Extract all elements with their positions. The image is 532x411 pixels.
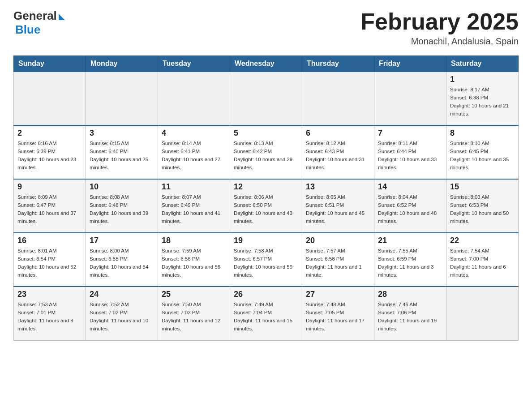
column-header-monday: Monday bbox=[86, 56, 158, 72]
title-block: February 2025 Monachil, Andalusia, Spain bbox=[360, 9, 519, 47]
day-cell: 16Sunrise: 8:01 AM Sunset: 6:54 PM Dayli… bbox=[14, 233, 86, 287]
day-info: Sunrise: 7:53 AM Sunset: 7:01 PM Dayligh… bbox=[17, 301, 82, 333]
day-cell bbox=[14, 72, 86, 125]
page-header: General Blue February 2025 Monachil, And… bbox=[13, 9, 519, 47]
day-number: 22 bbox=[450, 236, 515, 245]
day-number: 10 bbox=[90, 182, 154, 192]
day-cell: 8Sunrise: 8:10 AM Sunset: 6:45 PM Daylig… bbox=[446, 125, 519, 179]
week-row-3: 9Sunrise: 8:09 AM Sunset: 6:47 PM Daylig… bbox=[14, 179, 519, 233]
day-info: Sunrise: 8:10 AM Sunset: 6:45 PM Dayligh… bbox=[450, 140, 515, 171]
day-cell: 2Sunrise: 8:16 AM Sunset: 6:39 PM Daylig… bbox=[14, 125, 86, 179]
week-row-4: 16Sunrise: 8:01 AM Sunset: 6:54 PM Dayli… bbox=[14, 233, 519, 287]
week-row-5: 23Sunrise: 7:53 AM Sunset: 7:01 PM Dayli… bbox=[14, 287, 519, 340]
day-cell: 9Sunrise: 8:09 AM Sunset: 6:47 PM Daylig… bbox=[14, 179, 86, 233]
day-info: Sunrise: 8:06 AM Sunset: 6:50 PM Dayligh… bbox=[234, 193, 298, 225]
day-cell: 20Sunrise: 7:57 AM Sunset: 6:58 PM Dayli… bbox=[302, 233, 374, 287]
day-cell: 12Sunrise: 8:06 AM Sunset: 6:50 PM Dayli… bbox=[230, 179, 302, 233]
day-number: 12 bbox=[234, 182, 298, 192]
day-number: 6 bbox=[306, 128, 370, 138]
day-cell: 23Sunrise: 7:53 AM Sunset: 7:01 PM Dayli… bbox=[14, 287, 86, 340]
day-number: 2 bbox=[17, 128, 82, 138]
day-cell: 4Sunrise: 8:14 AM Sunset: 6:41 PM Daylig… bbox=[158, 125, 230, 179]
day-number: 3 bbox=[90, 128, 154, 138]
day-info: Sunrise: 8:11 AM Sunset: 6:44 PM Dayligh… bbox=[378, 140, 442, 171]
calendar-table: SundayMondayTuesdayWednesdayThursdayFrid… bbox=[13, 56, 519, 341]
day-info: Sunrise: 8:07 AM Sunset: 6:49 PM Dayligh… bbox=[162, 193, 226, 225]
day-cell: 28Sunrise: 7:46 AM Sunset: 7:06 PM Dayli… bbox=[374, 287, 446, 340]
day-number: 13 bbox=[306, 182, 370, 192]
logo: General Blue bbox=[13, 9, 65, 37]
day-number: 21 bbox=[378, 236, 442, 245]
day-info: Sunrise: 8:01 AM Sunset: 6:54 PM Dayligh… bbox=[17, 247, 82, 279]
day-cell: 27Sunrise: 7:48 AM Sunset: 7:05 PM Dayli… bbox=[302, 287, 374, 340]
day-cell: 14Sunrise: 8:04 AM Sunset: 6:52 PM Dayli… bbox=[374, 179, 446, 233]
day-info: Sunrise: 8:00 AM Sunset: 6:55 PM Dayligh… bbox=[90, 247, 154, 279]
column-header-tuesday: Tuesday bbox=[158, 56, 230, 72]
day-number: 4 bbox=[162, 128, 226, 138]
day-number: 24 bbox=[90, 290, 154, 299]
day-cell: 15Sunrise: 8:03 AM Sunset: 6:53 PM Dayli… bbox=[446, 179, 519, 233]
day-info: Sunrise: 8:13 AM Sunset: 6:42 PM Dayligh… bbox=[234, 140, 298, 171]
day-info: Sunrise: 7:48 AM Sunset: 7:05 PM Dayligh… bbox=[306, 301, 370, 333]
day-number: 27 bbox=[306, 290, 370, 299]
day-cell: 7Sunrise: 8:11 AM Sunset: 6:44 PM Daylig… bbox=[374, 125, 446, 179]
day-cell: 19Sunrise: 7:58 AM Sunset: 6:57 PM Dayli… bbox=[230, 233, 302, 287]
logo-triangle-icon bbox=[59, 14, 65, 20]
day-number: 18 bbox=[162, 236, 226, 245]
day-number: 19 bbox=[234, 236, 298, 245]
day-cell bbox=[302, 72, 374, 125]
week-row-1: 1Sunrise: 8:17 AM Sunset: 6:38 PM Daylig… bbox=[14, 72, 519, 125]
day-cell: 13Sunrise: 8:05 AM Sunset: 6:51 PM Dayli… bbox=[302, 179, 374, 233]
day-cell: 26Sunrise: 7:49 AM Sunset: 7:04 PM Dayli… bbox=[230, 287, 302, 340]
day-info: Sunrise: 8:14 AM Sunset: 6:41 PM Dayligh… bbox=[162, 140, 226, 171]
column-header-sunday: Sunday bbox=[14, 56, 86, 72]
day-number: 25 bbox=[162, 290, 226, 299]
column-header-saturday: Saturday bbox=[446, 56, 519, 72]
day-cell: 17Sunrise: 8:00 AM Sunset: 6:55 PM Dayli… bbox=[86, 233, 158, 287]
day-info: Sunrise: 7:52 AM Sunset: 7:02 PM Dayligh… bbox=[90, 301, 154, 333]
day-info: Sunrise: 8:08 AM Sunset: 6:48 PM Dayligh… bbox=[90, 193, 154, 225]
column-header-friday: Friday bbox=[374, 56, 446, 72]
day-info: Sunrise: 8:15 AM Sunset: 6:40 PM Dayligh… bbox=[90, 140, 154, 171]
column-header-thursday: Thursday bbox=[302, 56, 374, 72]
day-cell bbox=[158, 72, 230, 125]
day-info: Sunrise: 8:16 AM Sunset: 6:39 PM Dayligh… bbox=[17, 140, 82, 171]
day-info: Sunrise: 7:57 AM Sunset: 6:58 PM Dayligh… bbox=[306, 247, 370, 279]
day-info: Sunrise: 7:49 AM Sunset: 7:04 PM Dayligh… bbox=[234, 301, 298, 333]
day-number: 26 bbox=[234, 290, 298, 299]
day-number: 16 bbox=[17, 236, 82, 245]
day-info: Sunrise: 8:04 AM Sunset: 6:52 PM Dayligh… bbox=[378, 193, 442, 225]
day-cell: 18Sunrise: 7:59 AM Sunset: 6:56 PM Dayli… bbox=[158, 233, 230, 287]
day-number: 20 bbox=[306, 236, 370, 245]
day-cell bbox=[446, 287, 519, 340]
day-cell: 10Sunrise: 8:08 AM Sunset: 6:48 PM Dayli… bbox=[86, 179, 158, 233]
day-number: 15 bbox=[450, 182, 515, 192]
day-info: Sunrise: 7:58 AM Sunset: 6:57 PM Dayligh… bbox=[234, 247, 298, 279]
day-number: 23 bbox=[17, 290, 82, 299]
day-cell: 3Sunrise: 8:15 AM Sunset: 6:40 PM Daylig… bbox=[86, 125, 158, 179]
header-row: SundayMondayTuesdayWednesdayThursdayFrid… bbox=[14, 56, 519, 72]
day-cell: 24Sunrise: 7:52 AM Sunset: 7:02 PM Dayli… bbox=[86, 287, 158, 340]
day-info: Sunrise: 8:03 AM Sunset: 6:53 PM Dayligh… bbox=[450, 193, 515, 225]
calendar-subtitle: Monachil, Andalusia, Spain bbox=[360, 36, 519, 47]
day-info: Sunrise: 7:46 AM Sunset: 7:06 PM Dayligh… bbox=[378, 301, 442, 333]
day-number: 5 bbox=[234, 128, 298, 138]
day-cell: 6Sunrise: 8:12 AM Sunset: 6:43 PM Daylig… bbox=[302, 125, 374, 179]
day-info: Sunrise: 8:05 AM Sunset: 6:51 PM Dayligh… bbox=[306, 193, 370, 225]
day-info: Sunrise: 7:54 AM Sunset: 7:00 PM Dayligh… bbox=[450, 247, 515, 279]
day-cell bbox=[230, 72, 302, 125]
day-cell: 25Sunrise: 7:50 AM Sunset: 7:03 PM Dayli… bbox=[158, 287, 230, 340]
day-number: 14 bbox=[378, 182, 442, 192]
day-info: Sunrise: 8:17 AM Sunset: 6:38 PM Dayligh… bbox=[450, 86, 515, 118]
day-info: Sunrise: 7:50 AM Sunset: 7:03 PM Dayligh… bbox=[162, 301, 226, 333]
logo-blue-text: Blue bbox=[15, 23, 40, 37]
day-info: Sunrise: 7:59 AM Sunset: 6:56 PM Dayligh… bbox=[162, 247, 226, 279]
day-info: Sunrise: 8:09 AM Sunset: 6:47 PM Dayligh… bbox=[17, 193, 82, 225]
day-cell: 11Sunrise: 8:07 AM Sunset: 6:49 PM Dayli… bbox=[158, 179, 230, 233]
day-number: 28 bbox=[378, 290, 442, 299]
day-number: 17 bbox=[90, 236, 154, 245]
day-cell bbox=[374, 72, 446, 125]
column-header-wednesday: Wednesday bbox=[230, 56, 302, 72]
day-cell bbox=[86, 72, 158, 125]
day-cell: 5Sunrise: 8:13 AM Sunset: 6:42 PM Daylig… bbox=[230, 125, 302, 179]
